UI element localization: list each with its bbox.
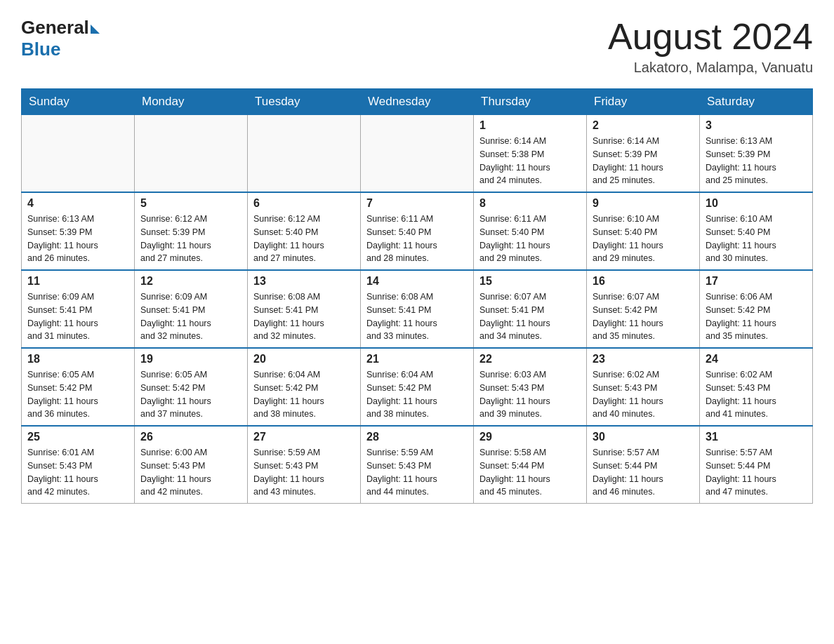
calendar-day-cell: 9Sunrise: 6:10 AM Sunset: 5:40 PM Daylig… (587, 192, 700, 270)
calendar-day-cell: 23Sunrise: 6:02 AM Sunset: 5:43 PM Dayli… (587, 348, 700, 426)
calendar-day-cell: 2Sunrise: 6:14 AM Sunset: 5:39 PM Daylig… (587, 115, 700, 193)
calendar-day-cell: 22Sunrise: 6:03 AM Sunset: 5:43 PM Dayli… (474, 348, 587, 426)
day-number: 15 (479, 275, 581, 288)
calendar-day-cell: 25Sunrise: 6:01 AM Sunset: 5:43 PM Dayli… (22, 426, 135, 504)
calendar-day-cell: 11Sunrise: 6:09 AM Sunset: 5:41 PM Dayli… (22, 270, 135, 348)
day-number: 17 (706, 275, 807, 288)
weekday-header-thursday: Thursday (474, 89, 587, 115)
calendar-table: SundayMondayTuesdayWednesdayThursdayFrid… (21, 88, 813, 504)
calendar-day-cell (135, 115, 248, 193)
day-sun-info: Sunrise: 6:00 AM Sunset: 5:43 PM Dayligh… (140, 446, 241, 499)
calendar-day-cell: 15Sunrise: 6:07 AM Sunset: 5:41 PM Dayli… (474, 270, 587, 348)
day-sun-info: Sunrise: 6:14 AM Sunset: 5:38 PM Dayligh… (479, 135, 581, 187)
day-number: 6 (253, 197, 355, 210)
day-number: 31 (706, 431, 807, 443)
weekday-header-row: SundayMondayTuesdayWednesdayThursdayFrid… (22, 89, 813, 115)
day-sun-info: Sunrise: 6:07 AM Sunset: 5:41 PM Dayligh… (479, 290, 581, 343)
day-sun-info: Sunrise: 6:11 AM Sunset: 5:40 PM Dayligh… (366, 213, 468, 265)
calendar-day-cell: 19Sunrise: 6:05 AM Sunset: 5:42 PM Dayli… (135, 348, 248, 426)
calendar-day-cell (22, 115, 135, 193)
month-year-title: August 2024 (608, 17, 813, 57)
calendar-day-cell: 13Sunrise: 6:08 AM Sunset: 5:41 PM Dayli… (248, 270, 361, 348)
day-sun-info: Sunrise: 5:59 AM Sunset: 5:43 PM Dayligh… (253, 446, 355, 499)
calendar-day-cell: 28Sunrise: 5:59 AM Sunset: 5:43 PM Dayli… (361, 426, 474, 504)
weekday-header-friday: Friday (587, 89, 700, 115)
day-sun-info: Sunrise: 6:13 AM Sunset: 5:39 PM Dayligh… (706, 135, 807, 187)
day-number: 2 (593, 119, 694, 132)
day-sun-info: Sunrise: 6:04 AM Sunset: 5:42 PM Dayligh… (253, 368, 355, 421)
calendar-week-row: 25Sunrise: 6:01 AM Sunset: 5:43 PM Dayli… (22, 426, 813, 504)
day-sun-info: Sunrise: 6:02 AM Sunset: 5:43 PM Dayligh… (593, 368, 694, 421)
day-sun-info: Sunrise: 6:05 AM Sunset: 5:42 PM Dayligh… (140, 368, 241, 421)
day-number: 21 (366, 353, 468, 365)
day-sun-info: Sunrise: 6:09 AM Sunset: 5:41 PM Dayligh… (140, 290, 241, 343)
calendar-day-cell: 4Sunrise: 6:13 AM Sunset: 5:39 PM Daylig… (22, 192, 135, 270)
day-number: 4 (27, 197, 128, 210)
logo-blue-text: Blue (21, 39, 60, 60)
calendar-day-cell: 30Sunrise: 5:57 AM Sunset: 5:44 PM Dayli… (587, 426, 700, 504)
day-sun-info: Sunrise: 6:05 AM Sunset: 5:42 PM Dayligh… (27, 368, 128, 421)
calendar-day-cell: 12Sunrise: 6:09 AM Sunset: 5:41 PM Dayli… (135, 270, 248, 348)
calendar-day-cell: 14Sunrise: 6:08 AM Sunset: 5:41 PM Dayli… (361, 270, 474, 348)
day-number: 25 (27, 431, 128, 443)
day-sun-info: Sunrise: 6:02 AM Sunset: 5:43 PM Dayligh… (706, 368, 807, 421)
page-header: General Blue August 2024 Lakatoro, Malam… (21, 17, 813, 76)
calendar-day-cell: 6Sunrise: 6:12 AM Sunset: 5:40 PM Daylig… (248, 192, 361, 270)
day-sun-info: Sunrise: 6:03 AM Sunset: 5:43 PM Dayligh… (479, 368, 581, 421)
weekday-header-wednesday: Wednesday (361, 89, 474, 115)
calendar-day-cell: 26Sunrise: 6:00 AM Sunset: 5:43 PM Dayli… (135, 426, 248, 504)
weekday-header-tuesday: Tuesday (248, 89, 361, 115)
day-sun-info: Sunrise: 6:10 AM Sunset: 5:40 PM Dayligh… (706, 213, 807, 265)
day-sun-info: Sunrise: 6:14 AM Sunset: 5:39 PM Dayligh… (593, 135, 694, 187)
calendar-day-cell: 7Sunrise: 6:11 AM Sunset: 5:40 PM Daylig… (361, 192, 474, 270)
day-sun-info: Sunrise: 6:13 AM Sunset: 5:39 PM Dayligh… (27, 213, 128, 265)
calendar-day-cell: 21Sunrise: 6:04 AM Sunset: 5:42 PM Dayli… (361, 348, 474, 426)
location-subtitle: Lakatoro, Malampa, Vanuatu (608, 60, 813, 76)
day-sun-info: Sunrise: 6:12 AM Sunset: 5:40 PM Dayligh… (253, 213, 355, 265)
calendar-day-cell (361, 115, 474, 193)
day-number: 11 (27, 275, 128, 288)
day-number: 13 (253, 275, 355, 288)
day-number: 28 (366, 431, 468, 443)
day-number: 5 (140, 197, 241, 210)
calendar-day-cell: 8Sunrise: 6:11 AM Sunset: 5:40 PM Daylig… (474, 192, 587, 270)
day-sun-info: Sunrise: 5:57 AM Sunset: 5:44 PM Dayligh… (593, 446, 694, 499)
day-number: 22 (479, 353, 581, 365)
day-number: 23 (593, 353, 694, 365)
day-sun-info: Sunrise: 5:58 AM Sunset: 5:44 PM Dayligh… (479, 446, 581, 499)
day-number: 18 (27, 353, 128, 365)
calendar-day-cell: 18Sunrise: 6:05 AM Sunset: 5:42 PM Dayli… (22, 348, 135, 426)
day-number: 20 (253, 353, 355, 365)
calendar-day-cell: 16Sunrise: 6:07 AM Sunset: 5:42 PM Dayli… (587, 270, 700, 348)
calendar-week-row: 4Sunrise: 6:13 AM Sunset: 5:39 PM Daylig… (22, 192, 813, 270)
calendar-day-cell: 3Sunrise: 6:13 AM Sunset: 5:39 PM Daylig… (700, 115, 813, 193)
day-number: 26 (140, 431, 241, 443)
day-sun-info: Sunrise: 6:07 AM Sunset: 5:42 PM Dayligh… (593, 290, 694, 343)
calendar-day-cell: 1Sunrise: 6:14 AM Sunset: 5:38 PM Daylig… (474, 115, 587, 193)
logo-right: General Blue (21, 17, 100, 60)
weekday-header-saturday: Saturday (700, 89, 813, 115)
logo-top-row: General (21, 17, 100, 39)
day-sun-info: Sunrise: 5:57 AM Sunset: 5:44 PM Dayligh… (706, 446, 807, 499)
day-number: 30 (593, 431, 694, 443)
day-number: 19 (140, 353, 241, 365)
calendar-week-row: 18Sunrise: 6:05 AM Sunset: 5:42 PM Dayli… (22, 348, 813, 426)
weekday-header-sunday: Sunday (22, 89, 135, 115)
day-number: 3 (706, 119, 807, 132)
day-number: 29 (479, 431, 581, 443)
day-number: 10 (706, 197, 807, 210)
day-number: 1 (479, 119, 581, 132)
calendar-day-cell: 27Sunrise: 5:59 AM Sunset: 5:43 PM Dayli… (248, 426, 361, 504)
day-sun-info: Sunrise: 6:09 AM Sunset: 5:41 PM Dayligh… (27, 290, 128, 343)
day-number: 9 (593, 197, 694, 210)
weekday-header-monday: Monday (135, 89, 248, 115)
calendar-day-cell: 17Sunrise: 6:06 AM Sunset: 5:42 PM Dayli… (700, 270, 813, 348)
calendar-day-cell (248, 115, 361, 193)
day-sun-info: Sunrise: 6:08 AM Sunset: 5:41 PM Dayligh… (366, 290, 468, 343)
calendar-day-cell: 29Sunrise: 5:58 AM Sunset: 5:44 PM Dayli… (474, 426, 587, 504)
day-sun-info: Sunrise: 6:04 AM Sunset: 5:42 PM Dayligh… (366, 368, 468, 421)
logo-triangle-icon (91, 25, 100, 34)
logo-general-text: General (21, 17, 89, 39)
title-section: August 2024 Lakatoro, Malampa, Vanuatu (608, 17, 813, 76)
calendar-week-row: 1Sunrise: 6:14 AM Sunset: 5:38 PM Daylig… (22, 115, 813, 193)
